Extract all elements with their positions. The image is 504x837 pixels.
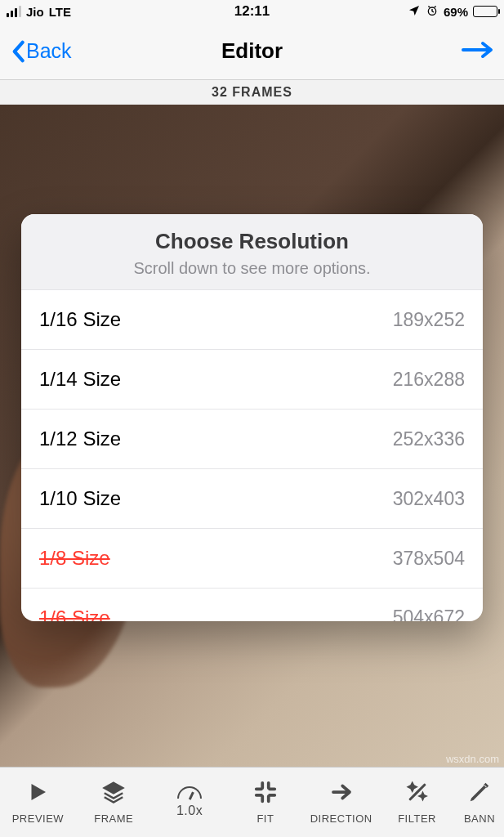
carrier-label: Jio xyxy=(26,5,44,19)
resolution-modal: Choose Resolution Scroll down to see mor… xyxy=(21,214,483,621)
option-label: 1/8 Size xyxy=(39,547,110,570)
tool-label: FRAME xyxy=(94,812,133,825)
resolution-option[interactable]: 1/14 Size 216x288 xyxy=(21,350,483,410)
option-label: 1/12 Size xyxy=(39,427,121,450)
pencil-icon xyxy=(467,780,492,808)
tool-label: FILTER xyxy=(398,812,436,825)
resolution-option[interactable]: 1/12 Size 252x336 xyxy=(21,410,483,469)
modal-title: Choose Resolution xyxy=(34,229,470,254)
option-value: 216x288 xyxy=(393,369,465,391)
cell-signal-icon xyxy=(7,6,21,17)
option-value: 189x252 xyxy=(393,309,465,331)
location-icon xyxy=(408,4,421,20)
magic-wand-icon xyxy=(405,780,430,808)
play-icon xyxy=(25,780,50,808)
arrow-right-icon xyxy=(329,780,354,808)
resolution-option-disabled[interactable]: 1/8 Size 378x504 xyxy=(21,529,483,589)
fit-icon xyxy=(253,780,278,808)
bottom-toolbar: PREVIEW FRAME 1.0x FIT DIRECTION FILTER … xyxy=(0,767,504,837)
option-value: 504x672 xyxy=(393,606,465,621)
frame-button[interactable]: FRAME xyxy=(76,768,152,837)
tool-label: BANN xyxy=(464,812,495,825)
option-value: 252x336 xyxy=(393,428,465,450)
alarm-icon xyxy=(426,4,439,20)
option-label: 1/10 Size xyxy=(39,487,121,510)
network-label: LTE xyxy=(49,5,71,19)
speed-button[interactable]: 1.0x xyxy=(152,768,228,837)
forward-button[interactable] xyxy=(460,41,494,62)
filter-button[interactable]: FILTER xyxy=(379,768,455,837)
option-value: 302x403 xyxy=(393,488,465,510)
option-value: 378x504 xyxy=(393,548,465,570)
status-left: Jio LTE xyxy=(7,5,71,19)
resolution-option[interactable]: 1/10 Size 302x403 xyxy=(21,469,483,529)
layers-icon xyxy=(101,780,126,808)
battery-icon xyxy=(473,6,497,17)
fit-button[interactable]: FIT xyxy=(227,768,303,837)
back-label: Back xyxy=(26,39,72,63)
tool-label: FIT xyxy=(256,812,274,825)
back-button[interactable]: Back xyxy=(10,39,72,63)
modal-header: Choose Resolution Scroll down to see mor… xyxy=(21,214,483,290)
status-time: 12:11 xyxy=(234,3,270,20)
battery-pct: 69% xyxy=(444,5,468,19)
preview-button[interactable]: PREVIEW xyxy=(0,768,76,837)
tool-label: 1.0x xyxy=(176,803,203,818)
watermark: wsxdn.com xyxy=(446,753,499,765)
option-label: 1/14 Size xyxy=(39,368,121,391)
nav-bar: Back Editor xyxy=(0,23,504,80)
option-label: 1/6 Size xyxy=(39,606,110,621)
tool-label: PREVIEW xyxy=(12,812,64,825)
modal-subtitle: Scroll down to see more options. xyxy=(34,259,470,278)
direction-button[interactable]: DIRECTION xyxy=(303,768,379,837)
status-bar: Jio LTE 12:11 69% xyxy=(0,0,504,23)
option-label: 1/16 Size xyxy=(39,308,121,331)
tool-label: DIRECTION xyxy=(310,812,372,825)
resolution-option-disabled[interactable]: 1/6 Size 504x672 xyxy=(21,589,483,621)
frames-count: 32 FRAMES xyxy=(0,80,504,105)
page-title: Editor xyxy=(221,38,283,64)
status-right: 69% xyxy=(408,4,497,20)
resolution-list[interactable]: 1/16 Size 189x252 1/14 Size 216x288 1/12… xyxy=(21,290,483,621)
resolution-option[interactable]: 1/16 Size 189x252 xyxy=(21,290,483,350)
gauge-icon xyxy=(177,786,202,799)
banner-button[interactable]: BANN xyxy=(455,768,504,837)
